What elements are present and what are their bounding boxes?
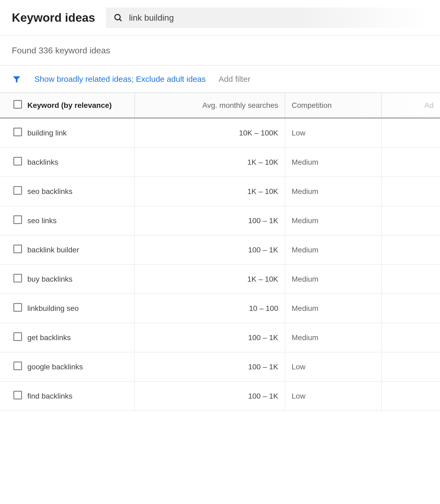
filter-icon[interactable] [12,74,21,84]
header-bar: Keyword ideas [0,0,440,35]
row-checkbox-cell[interactable] [0,177,27,206]
search-icon [113,13,123,23]
select-all-header[interactable] [0,93,27,118]
competition-cell: Low [285,118,382,148]
searches-cell: 10 – 100 [135,294,285,323]
ad-cell [382,177,440,206]
page-title: Keyword ideas [12,11,95,24]
row-checkbox[interactable] [13,245,22,253]
search-box[interactable] [106,8,428,28]
keyword-cell[interactable]: buy backlinks [27,264,135,294]
row-checkbox-cell[interactable] [0,118,27,148]
row-checkbox-cell[interactable] [0,381,27,411]
row-checkbox[interactable] [13,215,22,224]
keyword-cell[interactable]: get backlinks [27,323,135,352]
row-checkbox-cell[interactable] [0,206,27,235]
ad-cell [382,323,440,352]
row-checkbox-cell[interactable] [0,264,27,294]
competition-cell: Medium [285,294,382,323]
table-row: get backlinks100 – 1KMedium [0,323,440,352]
column-header-ad[interactable]: Ad [382,93,440,118]
competition-cell: Medium [285,323,382,352]
ad-cell [382,352,440,381]
column-header-searches[interactable]: Avg. monthly searches [135,93,285,118]
column-header-keyword[interactable]: Keyword (by relevance) [27,93,135,118]
searches-cell: 100 – 1K [135,235,285,264]
svg-line-1 [119,19,121,21]
row-checkbox-cell[interactable] [0,235,27,264]
keyword-cell[interactable]: building link [27,118,135,148]
table-row: linkbuilding seo10 – 100Medium [0,294,440,323]
searches-cell: 1K – 10K [135,264,285,294]
filter-bar: Show broadly related ideas; Exclude adul… [0,65,440,93]
svg-point-0 [115,14,120,20]
keyword-cell[interactable]: linkbuilding seo [27,294,135,323]
row-checkbox[interactable] [13,332,22,341]
keyword-cell[interactable]: seo backlinks [27,177,135,206]
table-row: seo backlinks1K – 10KMedium [0,177,440,206]
table-header-row: Keyword (by relevance) Avg. monthly sear… [0,93,440,118]
searches-cell: 1K – 10K [135,177,285,206]
row-checkbox-cell[interactable] [0,352,27,381]
ad-cell [382,264,440,294]
row-checkbox-cell[interactable] [0,323,27,352]
searches-cell: 10K – 100K [135,118,285,148]
keyword-cell[interactable]: find backlinks [27,381,135,411]
keyword-cell[interactable]: backlink builder [27,235,135,264]
keyword-cell[interactable]: seo links [27,206,135,235]
row-checkbox-cell[interactable] [0,148,27,177]
ad-cell [382,118,440,148]
row-checkbox[interactable] [13,303,22,312]
searches-cell: 1K – 10K [135,148,285,177]
searches-cell: 100 – 1K [135,206,285,235]
table-row: buy backlinks1K – 10KMedium [0,264,440,294]
competition-cell: Medium [285,206,382,235]
ad-cell [382,206,440,235]
table-row: backlinks1K – 10KMedium [0,148,440,177]
competition-cell: Medium [285,148,382,177]
applied-filters-link[interactable]: Show broadly related ideas; Exclude adul… [34,75,206,84]
table-row: building link10K – 100KLow [0,118,440,148]
search-input[interactable] [129,13,421,23]
row-checkbox[interactable] [13,157,22,165]
competition-cell: Medium [285,235,382,264]
ad-cell [382,148,440,177]
ad-cell [382,294,440,323]
searches-cell: 100 – 1K [135,352,285,381]
column-header-competition[interactable]: Competition [285,93,382,118]
row-checkbox[interactable] [13,391,22,399]
competition-cell: Low [285,352,382,381]
add-filter-button[interactable]: Add filter [219,75,250,84]
ad-cell [382,235,440,264]
table-row: backlink builder100 – 1KMedium [0,235,440,264]
table-row: google backlinks100 – 1KLow [0,352,440,381]
row-checkbox-cell[interactable] [0,294,27,323]
competition-cell: Low [285,381,382,411]
keyword-ideas-table: Keyword (by relevance) Avg. monthly sear… [0,93,440,411]
competition-cell: Medium [285,177,382,206]
row-checkbox[interactable] [13,274,22,282]
keyword-cell[interactable]: backlinks [27,148,135,177]
table-row: find backlinks100 – 1KLow [0,381,440,411]
competition-cell: Medium [285,264,382,294]
row-checkbox[interactable] [13,128,22,136]
keyword-cell[interactable]: google backlinks [27,352,135,381]
searches-cell: 100 – 1K [135,323,285,352]
ad-cell [382,381,440,411]
found-count-text: Found 336 keyword ideas [0,35,440,65]
select-all-checkbox[interactable] [13,100,22,109]
searches-cell: 100 – 1K [135,381,285,411]
table-row: seo links100 – 1KMedium [0,206,440,235]
row-checkbox[interactable] [13,186,22,195]
row-checkbox[interactable] [13,362,22,370]
